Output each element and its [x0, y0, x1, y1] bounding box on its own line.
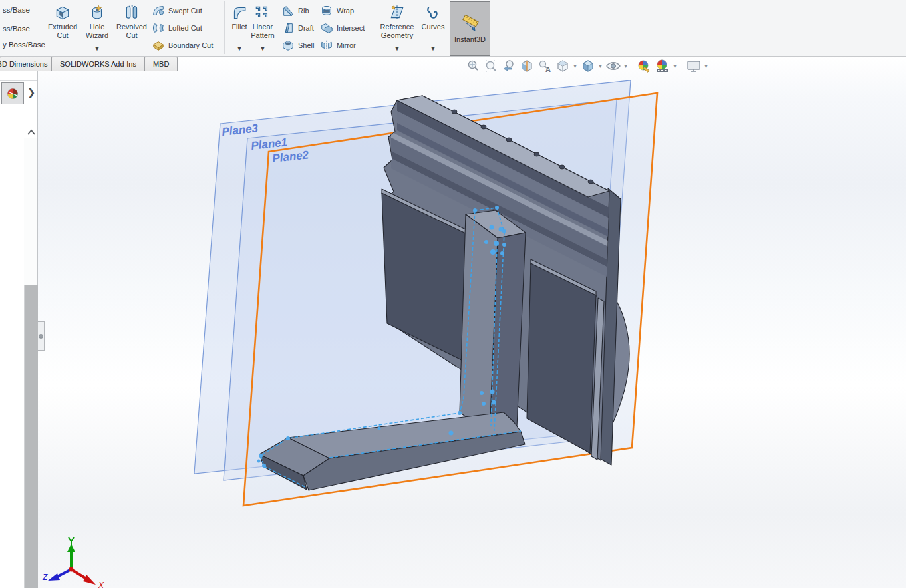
lofted-cut-label: Lofted Cut — [168, 24, 202, 32]
reference-geometry-label: Reference Geometry — [377, 23, 418, 40]
section-view-button[interactable] — [518, 58, 535, 74]
appearance-sphere-icon — [7, 88, 19, 100]
curves-label: Curves — [422, 23, 445, 31]
display-style-caret[interactable]: ▾ — [597, 63, 603, 69]
intersect-button[interactable]: Intersect — [320, 20, 373, 35]
wrap-button[interactable]: Wrap — [320, 3, 373, 18]
scroll-up-chevron[interactable] — [27, 127, 37, 136]
reference-geometry-caret[interactable]: ▼ — [394, 46, 400, 51]
svg-text:A: A — [545, 65, 551, 73]
expand-panel-arrow[interactable]: ❯ — [25, 83, 37, 102]
display-style-button[interactable] — [579, 58, 596, 74]
wrap-label: Wrap — [337, 7, 354, 15]
view-settings-button[interactable] — [685, 58, 702, 74]
revolved-cut-button[interactable]: Revolved Cut — [114, 2, 149, 54]
zoom-to-fit-button[interactable] — [464, 58, 481, 74]
instant3d-button[interactable]: Instant3D — [450, 1, 490, 56]
intersect-label: Intersect — [337, 24, 365, 32]
tab-mbd-dimensions[interactable]: BD Dimensions — [0, 57, 52, 71]
lofted-cut-icon — [152, 21, 165, 35]
view-settings-caret[interactable]: ▾ — [703, 63, 709, 69]
solidworks-window: Plane3 Plane1 Plane2 — [0, 0, 906, 588]
apply-scene-caret[interactable]: ▾ — [672, 63, 678, 69]
curves-caret[interactable]: ▼ — [430, 46, 436, 51]
previous-view-button[interactable] — [500, 58, 517, 74]
apply-scene-button[interactable] — [654, 58, 671, 74]
shell-label: Shell — [298, 41, 314, 49]
boundary-cut-label: Boundary Cut — [168, 41, 213, 49]
hole-wizard-label: Hole Wizard — [81, 23, 113, 40]
hide-show-items-button[interactable] — [605, 58, 621, 74]
tab-mbd[interactable]: MBD — [144, 57, 178, 71]
extruded-cut-icon — [54, 4, 71, 21]
instant3d-icon — [460, 15, 480, 32]
curves-icon — [424, 4, 442, 21]
zoom-to-area-icon — [484, 59, 498, 73]
hole-wizard-icon — [88, 4, 106, 21]
display-manager-tab-button[interactable] — [1, 82, 24, 104]
shell-icon — [281, 39, 295, 52]
splitter-dot — [39, 334, 43, 339]
chevron-up-icon — [27, 128, 36, 136]
draft-label: Draft — [298, 24, 314, 32]
fillet-caret[interactable]: ▼ — [237, 46, 243, 51]
revolved-cut-label: Revolved Cut — [114, 23, 149, 40]
dynamic-annotation-views-button[interactable]: A — [536, 58, 553, 74]
panel-scrollbar-thumb[interactable] — [24, 285, 38, 588]
fillet-icon — [231, 4, 248, 21]
zoom-to-area-button[interactable] — [482, 58, 499, 74]
feature-manager-panel: ❯ — [0, 71, 38, 588]
swept-cut-button[interactable]: Swept Cut — [152, 3, 222, 18]
cutoff-label-2[interactable]: ss/Base — [3, 25, 30, 33]
view-orientation-caret[interactable]: ▾ — [572, 63, 578, 69]
intersect-icon — [320, 21, 333, 35]
rib-icon — [281, 4, 295, 17]
wrap-icon — [320, 4, 333, 17]
linear-pattern-label: Linear Pattern — [247, 23, 279, 40]
boundary-cut-button[interactable]: Boundary Cut — [152, 37, 222, 53]
edit-appearance-button[interactable] — [636, 58, 653, 74]
view-orientation-icon — [555, 59, 570, 73]
command-manager-tabs: BD Dimensions SOLIDWORKS Add-Ins MBD — [0, 57, 177, 72]
rib-button[interactable]: Rib — [281, 3, 316, 18]
feature-manager-header — [0, 71, 37, 81]
draft-icon — [281, 21, 295, 35]
lofted-cut-button[interactable]: Lofted Cut — [152, 20, 222, 35]
previous-view-icon — [502, 59, 516, 73]
linear-pattern-button[interactable]: Linear Pattern ▼ — [247, 2, 279, 54]
rib-label: Rib — [298, 7, 309, 15]
hole-wizard-button[interactable]: Hole Wizard ▼ — [81, 2, 113, 54]
mirror-button[interactable]: Mirror — [320, 37, 373, 53]
cutoff-label-1[interactable]: ss/Base — [3, 6, 30, 14]
apply-scene-icon — [655, 59, 670, 73]
linear-pattern-icon — [254, 4, 271, 21]
instant3d-label: Instant3D — [454, 35, 486, 43]
mirror-label: Mirror — [337, 41, 356, 49]
hole-wizard-caret[interactable]: ▼ — [94, 46, 100, 51]
panel-splitter-handle[interactable] — [38, 321, 45, 351]
view-orientation-button[interactable] — [554, 58, 571, 74]
revolved-cut-icon — [123, 4, 140, 21]
tab-solidworks-add-ins[interactable]: SOLIDWORKS Add-Ins — [51, 57, 145, 71]
command-manager-ribbon: ss/Base ss/Base y Boss/Base Extruded Cut… — [0, 0, 906, 57]
ribbon-cutoff-labels: ss/Base ss/Base y Boss/Base — [3, 0, 37, 56]
dynamic-annotation-views-icon: A — [537, 59, 552, 73]
reference-geometry-button[interactable]: Reference Geometry ▼ — [377, 2, 418, 54]
hide-show-items-caret[interactable]: ▾ — [623, 63, 629, 69]
fillet-label: Fillet — [231, 23, 247, 31]
edit-appearance-icon — [637, 59, 652, 73]
swept-cut-icon — [152, 4, 165, 17]
heads-up-view-toolbar: A ▾ ▾ ▾ ▾ ▾ — [464, 57, 709, 74]
feature-tree-filter-box[interactable] — [0, 104, 37, 124]
linear-pattern-caret[interactable]: ▼ — [260, 46, 266, 51]
shell-button[interactable]: Shell — [281, 37, 316, 53]
extruded-cut-label: Extruded Cut — [44, 23, 81, 40]
reference-geometry-icon — [388, 4, 406, 21]
boundary-cut-icon — [152, 39, 165, 52]
display-style-icon — [581, 59, 595, 73]
section-view-icon — [520, 59, 534, 73]
extruded-cut-button[interactable]: Extruded Cut — [44, 2, 81, 54]
curves-button[interactable]: Curves ▼ — [418, 2, 448, 54]
mirror-icon — [320, 39, 333, 52]
draft-button[interactable]: Draft — [281, 20, 316, 35]
